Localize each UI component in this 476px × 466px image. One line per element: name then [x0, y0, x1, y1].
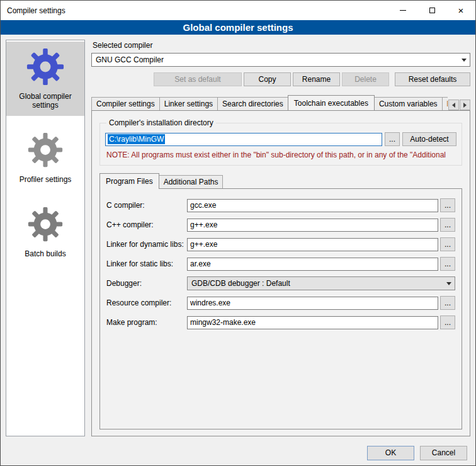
installation-directory-row: C:\raylib\MinGW ... Auto-detect — [105, 132, 456, 146]
sidebar-item-label: Batch builds — [9, 249, 82, 258]
tabs-scroll-area: Compiler settings Linker settings Search… — [91, 95, 448, 110]
c-compiler-browse-button[interactable]: ... — [440, 198, 455, 212]
global-compiler-settings-gear-icon — [9, 47, 82, 87]
installation-directory-groupbox: Compiler's installation directory C:\ray… — [99, 118, 462, 166]
linker-dynamic-browse-button[interactable]: ... — [440, 237, 455, 251]
window-controls: × — [388, 1, 475, 20]
tab-scroll-right-button[interactable] — [460, 99, 470, 110]
cpp-compiler-browse-button[interactable]: ... — [440, 218, 455, 232]
profiler-settings-icon — [9, 130, 82, 170]
tab-linker-settings[interactable]: Linker settings — [159, 97, 218, 110]
maximize-icon — [429, 8, 435, 13]
field-row-resource-compiler: Resource compiler: ... — [106, 296, 455, 310]
field-row-make-program: Make program: ... — [106, 315, 455, 329]
c-compiler-label: C compiler: — [106, 201, 187, 210]
compiler-actions: Set as default Copy Rename Delete Reset … — [91, 72, 470, 86]
reset-defaults-button[interactable]: Reset defaults — [395, 72, 470, 86]
auto-detect-button[interactable]: Auto-detect — [402, 132, 456, 146]
field-row-debugger: Debugger: GDB/CDB debugger : Default — [106, 276, 455, 290]
program-files-panel: C compiler: ... C++ compiler: ... Linker… — [99, 188, 462, 429]
make-program-browse-button[interactable]: ... — [440, 315, 455, 329]
toolchain-executables-panel: Compiler's installation directory C:\ray… — [91, 110, 470, 436]
titlebar: Compiler settings × — [1, 1, 475, 20]
settings-category-list: Global compiler settings Profiler settin… — [6, 40, 85, 436]
chevron-down-icon — [443, 277, 455, 290]
resource-compiler-input[interactable] — [187, 297, 438, 310]
copy-button[interactable]: Copy — [244, 72, 291, 86]
settings-tabstrip: Compiler settings Linker settings Search… — [91, 95, 470, 110]
dialog-footer: OK Cancel — [1, 440, 475, 465]
tab-build-options[interactable]: Build — [442, 97, 448, 110]
selected-compiler-value: GNU GCC Compiler — [96, 55, 164, 64]
resource-compiler-label: Resource compiler: — [106, 298, 187, 307]
tab-custom-variables[interactable]: Custom variables — [374, 97, 443, 110]
linker-dynamic-label: Linker for dynamic libs: — [106, 240, 187, 249]
linker-static-browse-button[interactable]: ... — [440, 257, 455, 271]
debugger-label: Debugger: — [106, 279, 187, 288]
rename-button[interactable]: Rename — [293, 72, 340, 86]
installation-directory-title: Compiler's installation directory — [106, 118, 216, 127]
make-program-input[interactable] — [187, 316, 438, 329]
minimize-icon — [400, 10, 406, 11]
selected-compiler-label: Selected compiler — [93, 41, 470, 50]
sidebar-item-batch-builds[interactable]: Batch builds — [6, 199, 84, 264]
cancel-button[interactable]: Cancel — [420, 446, 467, 460]
dialog-body: Global compiler settings Profiler settin… — [1, 35, 475, 440]
ok-button[interactable]: OK — [367, 446, 414, 460]
close-icon: × — [458, 6, 464, 15]
linker-static-input[interactable] — [187, 258, 438, 271]
tab-additional-paths[interactable]: Additional Paths — [159, 175, 224, 188]
minimize-button[interactable] — [388, 1, 417, 20]
delete-button[interactable]: Delete — [342, 72, 389, 86]
tab-toolchain-executables[interactable]: Toolchain executables — [288, 95, 375, 110]
sidebar-item-label: Profiler settings — [9, 175, 82, 184]
cpp-compiler-input[interactable] — [187, 219, 438, 232]
field-row-cpp-compiler: C++ compiler: ... — [106, 218, 455, 232]
installation-directory-browse-button[interactable]: ... — [385, 132, 400, 146]
installation-directory-input[interactable]: C:\raylib\MinGW — [105, 133, 382, 146]
chevron-down-icon — [458, 54, 470, 66]
dialog-header: Global compiler settings — [1, 20, 475, 35]
field-row-linker-static: Linker for static libs: ... — [106, 257, 455, 271]
sidebar-item-profiler-settings[interactable]: Profiler settings — [6, 125, 84, 190]
c-compiler-input[interactable] — [187, 199, 438, 212]
resource-compiler-browse-button[interactable]: ... — [440, 296, 455, 310]
arrow-right-icon — [463, 103, 467, 108]
debugger-combobox[interactable]: GDB/CDB debugger : Default — [187, 276, 455, 290]
maximize-button[interactable] — [417, 1, 446, 20]
linker-dynamic-input[interactable] — [187, 238, 438, 251]
tab-compiler-settings[interactable]: Compiler settings — [91, 97, 160, 110]
make-program-label: Make program: — [106, 318, 187, 327]
compiler-settings-window: Compiler settings × Global compiler sett… — [0, 0, 476, 466]
installation-directory-value: C:\raylib\MinGW — [108, 134, 165, 144]
installation-note: NOTE: All programs must exist either in … — [106, 151, 455, 159]
field-row-linker-dynamic: Linker for dynamic libs: ... — [106, 237, 455, 251]
tab-scroll-left-button[interactable] — [448, 99, 459, 110]
selected-compiler-combobox[interactable]: GNU GCC Compiler — [91, 53, 470, 67]
tab-program-files[interactable]: Program Files — [99, 173, 159, 189]
close-button[interactable]: × — [446, 1, 475, 20]
window-title: Compiler settings — [1, 6, 65, 15]
set-as-default-button[interactable]: Set as default — [154, 72, 242, 86]
linker-static-label: Linker for static libs: — [106, 259, 187, 268]
main-panel: Selected compiler GNU GCC Compiler Set a… — [91, 40, 470, 436]
batch-builds-gear-icon — [9, 204, 82, 244]
sidebar-item-label: Global compiler settings — [9, 92, 82, 110]
sidebar-item-global-compiler-settings[interactable]: Global compiler settings — [6, 42, 84, 116]
program-files-tabstrip: Program Files Additional Paths — [99, 173, 462, 188]
tab-search-directories[interactable]: Search directories — [217, 97, 288, 110]
arrow-left-icon — [452, 103, 455, 108]
debugger-value: GDB/CDB debugger : Default — [191, 279, 290, 288]
field-row-c-compiler: C compiler: ... — [106, 198, 455, 212]
cpp-compiler-label: C++ compiler: — [106, 220, 187, 229]
